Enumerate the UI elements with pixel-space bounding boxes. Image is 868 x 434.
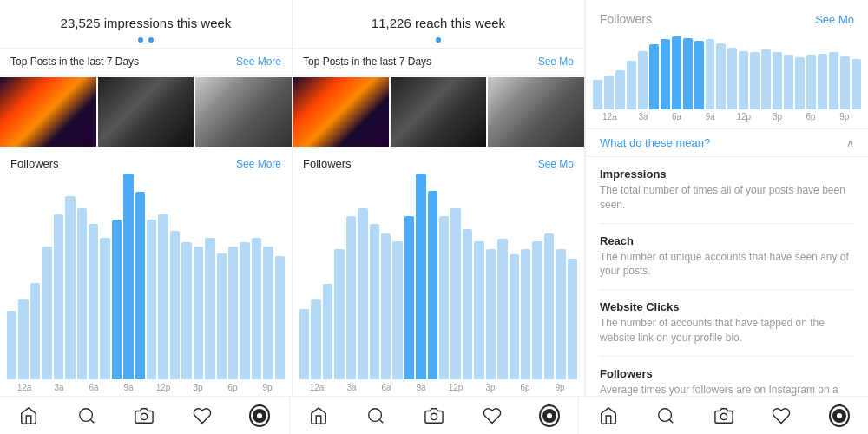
thumb-bw-2[interactable] xyxy=(488,77,584,147)
thumb-camera-2[interactable] xyxy=(391,77,487,147)
thumb-bw-1[interactable] xyxy=(195,77,292,147)
what-do-these-text: What do these mean? xyxy=(600,136,710,149)
nav-section-2 xyxy=(290,397,580,434)
search-icon-3[interactable] xyxy=(655,405,676,426)
svg-point-2 xyxy=(141,413,148,419)
chart-label-6a: 6a xyxy=(76,383,111,392)
bar-0 xyxy=(7,311,16,379)
definition-item-3: FollowersAverage times your followers ar… xyxy=(600,357,854,396)
bar-16 xyxy=(194,247,203,379)
definition-desc-1: The number of unique accounts that have … xyxy=(600,250,854,279)
profile-icon-1[interactable] xyxy=(249,405,270,426)
chart-label-9p: 9p xyxy=(542,383,577,392)
see-more-link-2[interactable]: See Mo xyxy=(538,56,574,68)
svg-line-7 xyxy=(669,419,673,423)
bar-chart-2 xyxy=(299,174,577,381)
dot-2 xyxy=(148,37,154,43)
heart-icon[interactable] xyxy=(192,405,213,426)
info-bar-16 xyxy=(773,52,782,109)
camera-icon-3[interactable] xyxy=(713,405,734,426)
home-icon[interactable] xyxy=(18,405,39,426)
heart-icon-2[interactable] xyxy=(482,405,503,426)
camera-icon[interactable] xyxy=(134,405,155,426)
post-thumbnails-2 xyxy=(293,76,584,148)
bar-14 xyxy=(463,229,472,379)
home-icon-3[interactable] xyxy=(598,405,619,426)
bottom-nav xyxy=(0,396,868,434)
bar-21 xyxy=(252,238,261,379)
bar-12 xyxy=(147,220,156,379)
bar-20 xyxy=(240,242,249,379)
profile-dot-1 xyxy=(257,413,262,418)
followers-section-1: Followers See More 12a3a6a9a12p3p6p9p xyxy=(0,148,292,396)
what-do-these-button[interactable]: What do these mean? ∧ xyxy=(586,128,868,157)
chart-label-3a: 3a xyxy=(42,383,76,392)
definition-title-1: Reach xyxy=(600,234,854,247)
definition-item-0: ImpressionsThe total number of times all… xyxy=(600,157,854,224)
home-icon-2[interactable] xyxy=(308,405,329,426)
heart-icon-3[interactable] xyxy=(771,405,792,426)
bar-3 xyxy=(42,247,51,379)
chart-label-3p: 3p xyxy=(181,383,215,392)
followers-label-2: Followers xyxy=(303,157,352,170)
info-chart-label-3p: 3p xyxy=(760,112,794,122)
chart-label-6p: 6p xyxy=(508,383,542,392)
followers-label-1: Followers xyxy=(10,157,59,170)
bar-21 xyxy=(544,233,554,379)
profile-icon-2[interactable] xyxy=(539,405,560,426)
chart-label-9a: 9a xyxy=(404,383,438,392)
chart-labels-2: 12a3a6a9a12p3p6p9p xyxy=(299,381,577,396)
info-bar-7 xyxy=(672,36,681,109)
info-bar-6 xyxy=(661,39,670,109)
bar-12 xyxy=(439,216,449,379)
dot-1 xyxy=(138,37,143,43)
bar-chart-1 xyxy=(7,174,285,381)
info-bar-9 xyxy=(694,41,704,109)
definition-item-1: ReachThe number of unique accounts that … xyxy=(600,224,854,291)
profile-dot-3 xyxy=(837,413,842,418)
bar-0 xyxy=(299,309,309,379)
bar-7 xyxy=(381,233,391,379)
thumb-fireworks-2[interactable] xyxy=(293,77,389,147)
profile-circle-2 xyxy=(539,404,560,427)
svg-point-3 xyxy=(369,408,382,421)
bar-1 xyxy=(311,299,320,379)
bar-6 xyxy=(370,224,379,379)
chart-label-12p: 12p xyxy=(438,383,473,392)
search-icon[interactable] xyxy=(76,405,97,426)
profile-icon-3[interactable] xyxy=(829,405,850,426)
camera-icon-2[interactable] xyxy=(424,405,444,426)
bar-20 xyxy=(532,241,542,379)
info-see-more[interactable]: See Mo xyxy=(815,13,854,26)
info-chart-labels: 12a3a6a9a12p3p6p9p xyxy=(593,109,861,128)
reach-stat: 11,226 reach this week xyxy=(293,0,584,37)
svg-point-5 xyxy=(431,413,437,419)
chart-labels-1: 12a3a6a9a12p3p6p9p xyxy=(7,381,285,396)
chart-label-12p: 12p xyxy=(146,383,181,392)
followers-see-more-1[interactable]: See More xyxy=(236,158,281,170)
bar-9 xyxy=(404,216,414,379)
info-panel: Followers See Mo 12a3a6a9a12p3p6p9p What… xyxy=(585,0,868,396)
followers-header-1: Followers See More xyxy=(0,148,292,174)
chart-label-12a: 12a xyxy=(7,383,42,392)
nav-section-1 xyxy=(0,397,290,434)
info-chart-label-6a: 6a xyxy=(660,112,694,122)
info-bar-22 xyxy=(840,56,850,110)
svg-point-8 xyxy=(720,413,727,419)
thumb-camera-1[interactable] xyxy=(98,77,194,147)
top-posts-header-2: Top Posts in the last 7 Days See Mo xyxy=(293,48,584,76)
chart-label-6a: 6a xyxy=(369,383,404,392)
info-followers-header: Followers See Mo xyxy=(586,0,868,33)
see-more-link-1[interactable]: See More xyxy=(236,56,281,68)
bar-19 xyxy=(521,249,530,379)
info-followers-chart: Followers See Mo 12a3a6a9a12p3p6p9p xyxy=(586,0,868,128)
thumb-fireworks-1[interactable] xyxy=(0,77,96,147)
search-icon-2[interactable] xyxy=(365,405,386,426)
info-bar-1 xyxy=(604,76,614,109)
info-bar-11 xyxy=(716,43,726,110)
chart-label-3a: 3a xyxy=(334,383,369,392)
definition-title-3: Followers xyxy=(600,367,854,380)
info-bar-8 xyxy=(683,38,693,110)
followers-see-more-2[interactable]: See Mo xyxy=(538,158,574,170)
profile-circle-3 xyxy=(829,404,850,427)
